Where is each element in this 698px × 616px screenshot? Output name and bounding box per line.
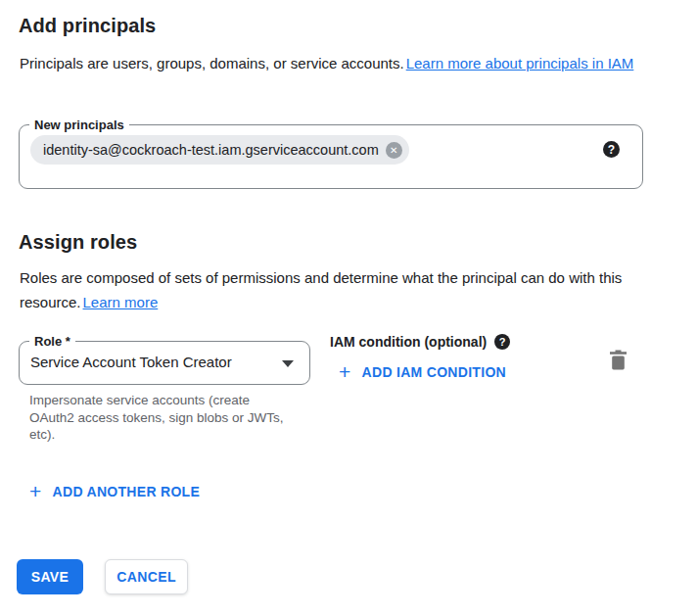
learn-more-principals-link[interactable]: Learn more about principals in IAM: [406, 55, 634, 71]
add-principals-panel: Add principals Principals are users, gro…: [0, 0, 698, 616]
page-title: Add principals: [19, 15, 156, 37]
cancel-button[interactable]: CANCEL: [105, 559, 188, 594]
role-label: Role *: [29, 333, 75, 350]
role-select[interactable]: Role * Service Account Token Creator: [19, 341, 310, 385]
add-another-role-button[interactable]: + ADD ANOTHER ROLE: [29, 483, 200, 500]
new-principals-label: New principals: [29, 117, 129, 133]
iam-condition-header: IAM condition (optional) ?: [330, 334, 510, 350]
principals-description-text: Principals are users, groups, domains, o…: [20, 55, 404, 71]
principal-chip-text: identity-sa@cockroach-test.iam.gservicea…: [43, 142, 379, 158]
add-iam-condition-button[interactable]: + ADD IAM CONDITION: [339, 363, 506, 381]
save-button[interactable]: SAVE: [17, 559, 83, 594]
new-principals-help-icon[interactable]: ?: [603, 141, 620, 158]
trash-icon: [609, 350, 628, 370]
plus-icon: +: [339, 363, 351, 381]
add-another-role-label: ADD ANOTHER ROLE: [53, 484, 201, 499]
add-iam-condition-label: ADD IAM CONDITION: [362, 364, 506, 380]
principals-description: Principals are users, groups, domains, o…: [20, 51, 658, 75]
new-principals-field[interactable]: New principals identity-sa@cockroach-tes…: [19, 124, 643, 189]
dropdown-arrow-icon: [282, 360, 294, 367]
principal-chip[interactable]: identity-sa@cockroach-test.iam.gservicea…: [30, 135, 409, 165]
assign-roles-title: Assign roles: [19, 231, 137, 254]
plus-icon: +: [29, 483, 42, 500]
learn-more-roles-link[interactable]: Learn more: [83, 294, 159, 310]
delete-role-button[interactable]: [607, 348, 629, 372]
iam-condition-label: IAM condition (optional): [330, 334, 487, 350]
role-selected-value: Service Account Token Creator: [30, 354, 232, 370]
iam-condition-help-icon[interactable]: ?: [494, 334, 510, 350]
chip-remove-icon[interactable]: ✕: [386, 142, 402, 159]
roles-description: Roles are composed of sets of permission…: [20, 265, 628, 314]
role-helper-text: Impersonate service accounts (create OAu…: [29, 392, 286, 444]
